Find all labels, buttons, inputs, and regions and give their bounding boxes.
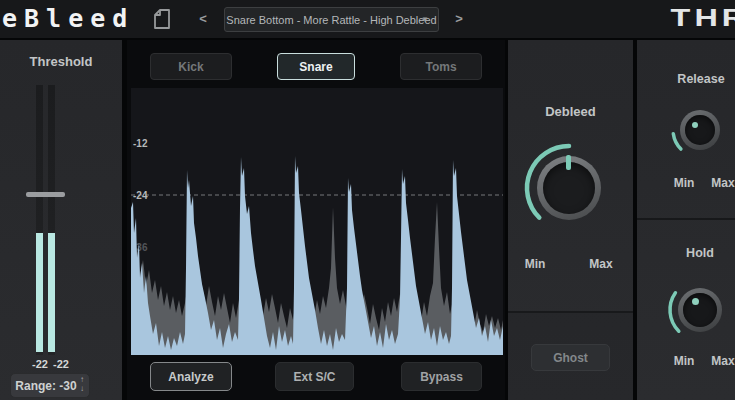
hold-min-label: Min <box>667 354 701 368</box>
threshold-meter-fill-right <box>48 233 55 352</box>
debleed-min-label: Min <box>518 257 552 271</box>
bypass-button[interactable]: Bypass <box>401 362 482 391</box>
tab-kick[interactable]: Kick <box>150 53 232 80</box>
debleed-max-label: Max <box>584 257 618 271</box>
db-label: -24 <box>133 190 148 201</box>
db-label: -12 <box>133 138 148 149</box>
chevron-down-icon: ▼ <box>421 15 429 24</box>
threshold-panel: Threshold -22 -22 Range: -30 ↑ ↓ <box>0 40 122 400</box>
hold-title: Hold <box>665 246 735 260</box>
file-icon[interactable] <box>152 8 172 30</box>
arrow-up-icon[interactable]: ↑ <box>80 375 84 384</box>
app-title: eBleed <box>2 4 134 33</box>
next-preset-button[interactable]: > <box>451 9 467 27</box>
hold-knob-face <box>683 293 717 327</box>
release-max-label: Max <box>706 176 735 190</box>
debleed-title: Debleed <box>508 104 633 119</box>
debleed-knob-pointer <box>566 155 571 170</box>
threshold-title: Threshold <box>0 54 122 69</box>
stepper-arrows-icon[interactable]: ↑ ↓ <box>80 375 84 393</box>
range-stepper[interactable]: Range: -30 ↑ ↓ <box>10 373 90 398</box>
range-value: Range: -30 <box>15 379 76 393</box>
ghost-button[interactable]: Ghost <box>531 344 610 371</box>
preset-dropdown[interactable]: Snare Bottom - More Rattle - High Deblee… <box>224 7 439 32</box>
tab-snare[interactable]: Snare <box>277 53 355 80</box>
threshold-meter-fill-left <box>36 233 43 352</box>
debleed-panel: Debleed Min Max Ghost <box>508 40 633 400</box>
release-hold-panel: Release Min Max Hold Min Max <box>637 40 735 400</box>
top-bar: eBleed < Snare Bottom - More Rattle - Hi… <box>0 0 735 38</box>
hold-max-label: Max <box>706 354 735 368</box>
prev-preset-button[interactable]: < <box>195 9 211 27</box>
meter-value-right: -22 <box>46 358 76 370</box>
hold-knob-pointer <box>692 298 699 305</box>
release-knob-face <box>685 115 715 145</box>
waveform-display: -36-48-12-24 <box>131 88 503 355</box>
ext-sidechain-button[interactable]: Ext S/C <box>275 362 354 391</box>
release-title: Release <box>666 72 735 86</box>
tab-toms[interactable]: Toms <box>400 53 482 80</box>
release-knob-pointer <box>692 122 698 128</box>
brand-logo: THR <box>670 4 735 32</box>
arrow-down-icon[interactable]: ↓ <box>80 384 84 393</box>
preset-name: Snare Bottom - More Rattle - High Deblee… <box>226 14 436 26</box>
plugin-window: eBleed < Snare Bottom - More Rattle - Hi… <box>0 0 735 400</box>
waveform-chart: -36-48-12-24 <box>131 88 503 355</box>
threshold-slider-handle[interactable] <box>26 192 65 197</box>
analyze-button[interactable]: Analyze <box>150 362 232 391</box>
release-min-label: Min <box>667 176 701 190</box>
panel-divider <box>637 218 735 220</box>
center-column: Kick Snare Toms -36-48-12-24 Analyze Ext… <box>127 40 505 400</box>
